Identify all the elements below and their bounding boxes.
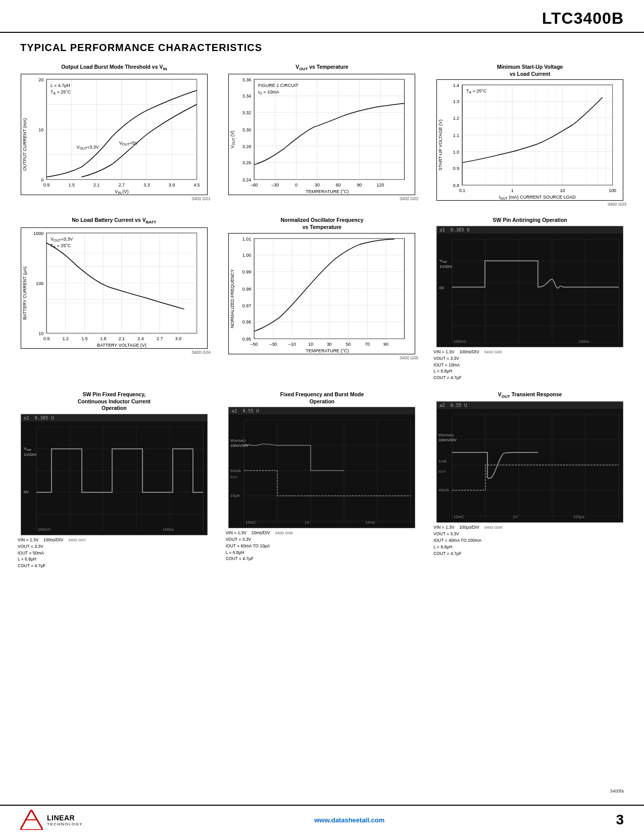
svg-text:0V: 0V [439, 286, 444, 290]
svg-text:FIGURE 1 CIRCUIT: FIGURE 1 CIRCUIT [259, 83, 299, 88]
svg-text:START-UP VOLTAGE (V): START-UP VOLTAGE (V) [438, 120, 443, 171]
svg-text:3.32: 3.32 [242, 111, 251, 116]
svg-text:100ns: 100ns [578, 339, 589, 344]
svg-text:IOUT: IOUT [438, 469, 446, 474]
chart-4-title: No Load Battery Current vs VBATT [72, 217, 156, 225]
svg-text:1V/DIV: 1V/DIV [24, 452, 37, 457]
svg-text:0: 0 [41, 178, 43, 183]
svg-text:1.2: 1.2 [62, 336, 68, 341]
svg-text:1.3: 1.3 [453, 99, 459, 104]
chart-4-id: 3400 G04 [191, 350, 210, 355]
svg-text:1mA: 1mA [438, 459, 447, 464]
svg-text:–10: –10 [289, 342, 296, 347]
svg-text:1V: 1V [305, 520, 310, 525]
svg-text:0.8: 0.8 [453, 183, 459, 188]
chart-3-svg: TA = 25°C 0.8 0.9 1.0 1.1 1.2 1.3 1.4 0.… [436, 79, 623, 201]
chart-6-scope: a1 0.385 U [436, 226, 623, 347]
chart-8-scope: a2 0.55 U [228, 407, 415, 528]
scope-6-header: a1 0.385 U [437, 226, 623, 234]
svg-text:3.24: 3.24 [242, 178, 251, 183]
svg-text:1.5: 1.5 [81, 336, 87, 341]
svg-text:1.5: 1.5 [68, 183, 74, 188]
svg-text:VSW: VSW [439, 258, 447, 263]
svg-text:1.2: 1.2 [453, 116, 459, 121]
svg-text:90: 90 [383, 342, 388, 347]
chart-9-cell: VOUT Transient Response a2 0.55 U [426, 386, 634, 574]
chart-5-title: Normalized Oscillator Frequencyvs Temper… [281, 217, 364, 230]
svg-text:20: 20 [38, 77, 43, 82]
svg-text:0.9: 0.9 [43, 336, 49, 341]
svg-text:10mC: 10mC [245, 520, 257, 525]
scope-7-header: a1 0.385 U [21, 414, 207, 422]
chart-3-title: Minimum Start-Up Voltagevs Load Current [497, 64, 563, 77]
chart-8-notes: VIN = 1.3V 10ms/DIV 3400 G08 VOUT = 3.3V… [226, 530, 293, 562]
svg-text:VOUT(AC): VOUT(AC) [230, 438, 245, 443]
chart-1-title: Output Load Burst Mode Threshold vs VIN [61, 64, 167, 72]
logo-text: LINEAR TECHNOLOGY [47, 814, 83, 826]
chart-9-notes: VIN = 1.3V 100μs/DIV 3400 G09 VOUT = 3.3… [433, 524, 502, 557]
svg-text:TEMPERATURE (°C): TEMPERATURE (°C) [306, 348, 349, 353]
svg-text:2.7: 2.7 [157, 336, 163, 341]
svg-text:10: 10 [38, 331, 43, 336]
svg-text:0.98: 0.98 [242, 287, 251, 292]
svg-text:0.99: 0.99 [242, 269, 251, 274]
svg-text:40mA: 40mA [438, 488, 450, 492]
svg-text:1000: 1000 [33, 231, 43, 236]
chart-6-cell: SW Pin Antiringing Operation a1 0.385 U [426, 212, 634, 386]
svg-text:50: 50 [346, 342, 351, 347]
chart-5-id: 3400 G05 [400, 355, 418, 360]
svg-text:90: 90 [357, 183, 362, 188]
header: LTC3400B [0, 0, 644, 33]
svg-text:L = 4.7μH: L = 4.7μH [51, 83, 70, 88]
chart-3-id: 3400 G03 [608, 202, 626, 207]
svg-text:2.7: 2.7 [119, 183, 125, 188]
svg-text:3.30: 3.30 [242, 128, 251, 133]
chart-8-cell: Fixed Frequency and Burst ModeOperation … [218, 386, 426, 574]
row3-charts-grid: SW Pin Fixed Frequency,Continuous Induct… [0, 386, 644, 574]
footer-logo: LINEAR TECHNOLOGY [20, 810, 83, 830]
svg-text:3.0: 3.0 [175, 336, 181, 341]
svg-text:IOUT (mA) CURRENT SOURCE LOAD: IOUT (mA) CURRENT SOURCE LOAD [499, 195, 576, 200]
chart-2-title: VOUT vs Temperature [295, 64, 348, 72]
svg-text:10: 10 [309, 342, 314, 347]
svg-text:–30: –30 [272, 183, 279, 188]
svg-text:1.1: 1.1 [453, 133, 459, 138]
svg-text:0: 0 [295, 183, 298, 188]
lt-logo-icon [20, 810, 43, 830]
chip-title: LTC3400B [542, 9, 624, 28]
chart-2-cell: VOUT vs Temperature [218, 59, 426, 212]
chart-4-svg: VOUT=3.3V TA = 25°C 1000 100 10 0.9 1.2 … [21, 227, 208, 349]
svg-text:3.28: 3.28 [242, 144, 251, 149]
svg-text:VIN (V): VIN (V) [115, 190, 128, 195]
svg-text:0V: 0V [24, 490, 29, 494]
chart-7-scope: a1 0.385 U VSW 1V/DIV [21, 414, 208, 535]
svg-text:100ns: 100ns [163, 527, 174, 532]
svg-text:3.3: 3.3 [143, 183, 150, 188]
svg-text:100mV/DIV: 100mV/DIV [230, 444, 249, 447]
svg-text:0.1: 0.1 [459, 188, 465, 193]
chart-1-cell: Output Load Burst Mode Threshold vs VIN [10, 59, 218, 212]
svg-text:10: 10 [38, 128, 43, 133]
svg-text:0.95: 0.95 [242, 337, 251, 342]
svg-text:TEMPERATURE (°C): TEMPERATURE (°C) [306, 190, 349, 195]
svg-text:3.26: 3.26 [242, 161, 251, 166]
chart-1-id: 3400 G01 [191, 196, 210, 201]
svg-text:100: 100 [609, 188, 616, 193]
svg-text:3.36: 3.36 [242, 77, 251, 82]
svg-text:1.01: 1.01 [242, 236, 251, 241]
svg-text:3.34: 3.34 [242, 94, 251, 99]
chart-2-id: 3400 G02 [400, 196, 418, 201]
chart-5-svg: 1.01 1.00 0.99 0.98 0.97 0.96 0.95 –50 –… [228, 233, 415, 354]
svg-text:2.1: 2.1 [93, 183, 100, 188]
svg-text:100: 100 [36, 281, 43, 286]
chart-2-svg: FIGURE 1 CIRCUIT IO = 10mA 3.24 3.26 3.2… [228, 74, 415, 195]
page-footer: LINEAR TECHNOLOGY www.datasheetall.com 3 [0, 805, 644, 834]
svg-text:30: 30 [327, 342, 332, 347]
section-title: TYPICAL PERFORMANCE CHARACTERISTICS [0, 33, 644, 59]
svg-text:VOUT (V): VOUT (V) [230, 131, 236, 149]
svg-text:–60: –60 [251, 183, 258, 188]
page-container: LTC3400B TYPICAL PERFORMANCE CHARACTERIS… [0, 0, 644, 834]
svg-text:10μA: 10μA [230, 493, 240, 498]
svg-text:10mC: 10mC [454, 515, 465, 519]
svg-text:0.9: 0.9 [453, 166, 459, 171]
